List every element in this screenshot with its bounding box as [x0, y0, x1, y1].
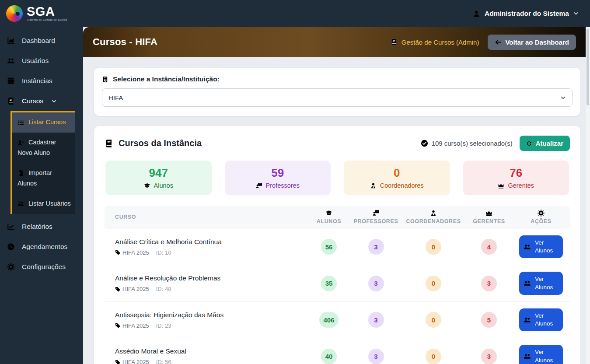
course-title: Antissepsia: Higienização das Mãos — [115, 311, 307, 319]
coordenadores-count-badge: 0 — [426, 276, 441, 291]
user-menu[interactable]: Administrador do Sistema — [473, 10, 579, 18]
course-tag: HIFA 2025 — [115, 249, 149, 256]
book-icon — [7, 97, 15, 105]
sidebar-item-label: Agendamentos — [22, 243, 67, 251]
stat-value: 59 — [228, 166, 328, 180]
coordenadores-count-badge: 0 — [426, 239, 441, 255]
refresh-icon — [526, 140, 532, 147]
scrollbar-track[interactable] — [586, 27, 590, 364]
instance-select[interactable]: HIFA — [102, 88, 573, 107]
submenu-item-label: Listar Usuários — [28, 200, 71, 207]
users-icon — [7, 57, 15, 65]
sidebar-item-usuarios[interactable]: Usuários — [0, 51, 83, 71]
alunos-count-badge: 406 — [319, 312, 338, 328]
page-header: Cursos - HIFA Gestão de Cursos (Admin) V… — [83, 27, 586, 57]
sidebar-item-label: Usuários — [22, 57, 49, 65]
file-import-icon — [17, 170, 24, 176]
instance-card: Selecione a Instância/Instituição: HIFA — [94, 68, 580, 116]
user-tie-icon — [370, 182, 377, 189]
table-header: CURSO ALUNOS PROFESSORES COORDENADORES G… — [105, 206, 570, 229]
stat-card-professores: 59 Professores — [225, 161, 331, 195]
coordenadores-count-badge: 0 — [426, 312, 441, 328]
page-context-label: Gestão de Cursos (Admin) — [391, 38, 479, 46]
teacher-icon — [373, 210, 380, 217]
coordenadores-count-badge: 0 — [426, 349, 441, 364]
sidebar-item-label: Configurações — [22, 263, 66, 271]
crown-icon — [498, 182, 504, 189]
sidebar-item-dashboard[interactable]: Dashboard — [0, 31, 83, 51]
submenu-item-cadastrar-novo-aluno[interactable]: Cadastrar Novo Aluno — [12, 133, 75, 163]
sidebar: Dashboard Usuários Instâncias Cursos Lis… — [0, 27, 83, 364]
user-menu-label: Administrador do Sistema — [485, 10, 569, 18]
users-icon — [524, 353, 531, 360]
courses-table: CURSO ALUNOS PROFESSORES COORDENADORES G… — [105, 206, 570, 364]
sidebar-item-relatorios[interactable]: Relatórios — [0, 217, 83, 237]
server-icon — [7, 77, 15, 85]
users-icon — [524, 243, 531, 251]
table-row: Análise e Resolução de Problemas HIFA 20… — [105, 265, 570, 301]
submenu-item-importar-alunos[interactable]: Importar Alunos — [12, 163, 75, 194]
graduation-cap-icon — [325, 210, 332, 217]
user-plus-icon — [17, 140, 24, 146]
topbar: SGA Sistema de Gestão de Alunos Administ… — [0, 0, 590, 27]
column-header-curso: CURSO — [105, 214, 307, 220]
professores-count-badge: 3 — [368, 312, 384, 328]
gear-icon — [7, 263, 15, 271]
alunos-count-badge: 40 — [321, 349, 337, 364]
graduation-cap-icon — [144, 182, 150, 189]
course-id: ID: 48 — [156, 286, 171, 292]
column-header-alunos: ALUNOS — [307, 210, 351, 224]
ver-alunos-button[interactable]: Ver Alunos — [519, 235, 563, 258]
users-icon — [524, 316, 531, 324]
course-title: Análise e Resolução de Problemas — [115, 274, 307, 282]
submenu-item-listar-cursos[interactable]: Listar Cursos — [12, 112, 75, 133]
sidebar-item-agendamentos[interactable]: Agendamentos — [0, 237, 83, 257]
stat-label: Coordenadores — [380, 182, 424, 189]
courses-card: Cursos da Instância 109 curso(s) selecio… — [94, 126, 580, 364]
stat-label: Professores — [266, 182, 300, 189]
sidebar-item-instancias[interactable]: Instâncias — [0, 71, 83, 91]
refresh-button[interactable]: Atualizar — [520, 136, 570, 151]
check-circle-icon — [421, 140, 428, 147]
arrow-left-icon — [495, 39, 501, 46]
stats-row: 947 Alunos 59 Professores 0 Coordenadore… — [105, 161, 569, 195]
tag-icon — [115, 287, 120, 292]
ver-alunos-button[interactable]: Ver Alunos — [519, 308, 563, 331]
brand-subtitle: Sistema de Gestão de Alunos — [27, 19, 67, 22]
ver-alunos-button[interactable]: Ver Alunos — [519, 272, 563, 294]
list-icon — [17, 119, 24, 126]
back-to-dashboard-button[interactable]: Voltar ao Dashboard — [488, 35, 576, 50]
sidebar-item-cursos[interactable]: Cursos — [0, 91, 83, 111]
main-content: Cursos - HIFA Gestão de Cursos (Admin) V… — [83, 27, 586, 364]
course-id: ID: 23 — [156, 322, 171, 329]
chevron-down-icon — [51, 98, 57, 104]
sidebar-item-configuracoes[interactable]: Configurações — [0, 257, 83, 277]
tag-icon — [115, 360, 120, 364]
submenu-item-label: Listar Cursos — [28, 119, 66, 126]
stat-label: Gerentes — [508, 182, 534, 189]
submenu-item-listar-usuarios[interactable]: Listar Usuários — [12, 194, 75, 214]
gerentes-count-badge: 3 — [481, 276, 497, 291]
column-header-gerentes: GERENTES — [466, 210, 512, 224]
professores-count-badge: 3 — [368, 276, 384, 291]
crown-icon — [485, 210, 492, 217]
scrollbar-thumb[interactable] — [587, 29, 589, 105]
logo-icon — [6, 5, 23, 22]
stat-value: 0 — [347, 166, 447, 180]
stat-card-coordenadores: 0 Coordenadores — [344, 161, 450, 195]
book-icon — [391, 38, 398, 46]
user-tie-icon — [430, 210, 437, 217]
gear-icon — [538, 210, 545, 217]
cursos-submenu: Listar Cursos Cadastrar Novo Aluno Impor… — [10, 111, 75, 214]
stat-card-alunos: 947 Alunos — [105, 161, 212, 195]
course-tag: HIFA 2025 — [115, 359, 149, 364]
sidebar-item-label: Instâncias — [22, 77, 52, 85]
ver-alunos-button[interactable]: Ver Alunos — [519, 345, 563, 364]
page-title: Cursos - HIFA — [93, 36, 157, 48]
brand: SGA Sistema de Gestão de Alunos — [0, 5, 83, 22]
courses-card-title: Cursos da Instância — [105, 138, 202, 148]
alunos-count-badge: 56 — [321, 239, 337, 255]
chevron-down-icon — [560, 95, 566, 101]
stat-value: 947 — [109, 166, 208, 180]
stat-label: Alunos — [154, 182, 173, 189]
